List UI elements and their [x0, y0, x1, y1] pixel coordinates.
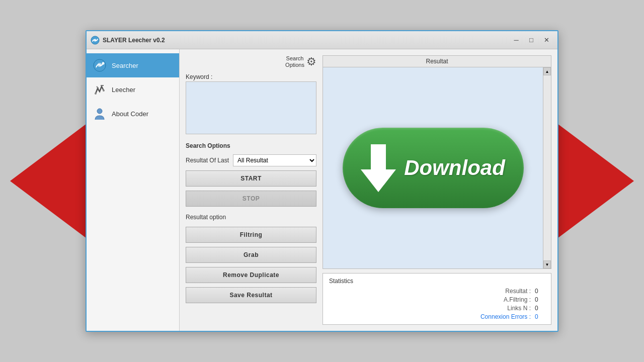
svg-line-7 — [97, 86, 99, 88]
stats-row-connexion: Connexion Errors : 0 — [329, 313, 545, 320]
keyword-label: Keyword : — [186, 73, 316, 80]
maximize-button[interactable]: □ — [524, 35, 538, 46]
app-icon — [91, 36, 100, 45]
statistics-box: Statistics Resultat : 0 A.Filtring : 0 L… — [323, 273, 551, 325]
searcher-label: Searcher — [112, 62, 138, 69]
about-label: About Coder — [112, 110, 148, 118]
resultat-area: Download ▲ ▼ — [323, 67, 551, 268]
resultat-select[interactable]: All Resultat Last 24h Last Week Last Mon… — [233, 154, 316, 166]
download-arrow — [361, 144, 396, 192]
grab-button[interactable]: Grab — [186, 247, 316, 263]
svg-point-1 — [94, 39, 96, 41]
resultat-box: Resultat Download — [323, 55, 551, 269]
resultat-box-header: Resultat — [323, 56, 551, 67]
keyword-input[interactable] — [186, 81, 316, 134]
arrow-head — [361, 169, 396, 192]
title-bar: SLAYER Leecher v0.2 ─ □ ✕ — [87, 31, 557, 49]
main-window: SLAYER Leecher v0.2 ─ □ ✕ Searcher — [86, 30, 558, 332]
gear-icon[interactable]: ⚙ — [306, 55, 316, 68]
minimize-button[interactable]: ─ — [509, 35, 523, 46]
statistics-grid: Resultat : 0 A.Filtring : 0 Links N : 0 — [329, 288, 545, 320]
scroll-down[interactable]: ▼ — [543, 260, 551, 268]
close-button[interactable]: ✕ — [539, 35, 553, 46]
resultat-of-last-label: Resultat Of Last — [186, 157, 229, 164]
main-content: SearchOptions ⚙ Keyword : Search Options… — [180, 49, 557, 331]
stop-button[interactable]: STOP — [186, 191, 316, 207]
resultat-scrollbar[interactable]: ▲ ▼ — [543, 67, 551, 268]
svg-point-9 — [97, 109, 102, 114]
start-button[interactable]: START — [186, 170, 316, 187]
stats-resultat-label: Resultat : — [505, 288, 531, 295]
svg-point-5 — [95, 93, 97, 95]
keyword-section: Keyword : — [186, 73, 316, 136]
stats-connexion-value: 0 — [535, 313, 545, 320]
save-resultat-button[interactable]: Save Resultat — [186, 287, 316, 303]
stats-links-value: 0 — [535, 305, 545, 312]
bg-arrow-left — [10, 121, 91, 241]
stats-afiltring-value: 0 — [535, 296, 545, 303]
window-controls: ─ □ ✕ — [509, 35, 553, 46]
leecher-icon — [93, 82, 107, 97]
download-image: Download — [343, 128, 524, 208]
svg-point-6 — [103, 89, 105, 92]
svg-point-4 — [102, 62, 105, 65]
stats-connexion-label: Connexion Errors : — [480, 313, 531, 320]
stats-row-afiltring: A.Filtring : 0 — [329, 296, 545, 303]
about-icon — [93, 107, 107, 121]
remove-duplicate-button[interactable]: Remove Duplicate — [186, 267, 316, 283]
statistics-header: Statistics — [329, 278, 545, 285]
right-panel: Resultat Download — [323, 55, 551, 325]
search-options-label: SearchOptions — [285, 55, 304, 68]
sidebar-item-leecher[interactable]: Leecher — [87, 77, 179, 102]
resultat-option-label: Resultat option — [186, 214, 316, 221]
sidebar-item-searcher[interactable]: Searcher — [87, 53, 179, 77]
bg-arrow-right — [553, 121, 634, 241]
resultat-of-last-row: Resultat Of Last All Resultat Last 24h L… — [186, 154, 316, 166]
search-options-section: Search Options — [186, 142, 316, 149]
leecher-label: Leecher — [112, 86, 135, 94]
stats-row-resultat: Resultat : 0 — [329, 288, 545, 295]
stats-afiltring-label: A.Filtring : — [504, 296, 531, 303]
scroll-track — [543, 75, 551, 260]
searcher-icon — [93, 58, 107, 72]
search-header: SearchOptions ⚙ — [186, 55, 316, 68]
sidebar-item-about[interactable]: About Coder — [87, 102, 179, 126]
window-body: Searcher Leecher — [87, 49, 557, 331]
sidebar: Searcher Leecher — [87, 49, 180, 331]
arrow-shaft — [371, 144, 386, 169]
filtring-button[interactable]: Filtring — [186, 227, 316, 243]
resultat-content: Download — [323, 67, 543, 268]
stats-resultat-value: 0 — [535, 288, 545, 295]
svg-point-3 — [98, 63, 102, 67]
scroll-up[interactable]: ▲ — [543, 67, 551, 75]
download-text: Download — [404, 156, 505, 180]
window-title: SLAYER Leecher v0.2 — [103, 37, 509, 44]
left-panel: SearchOptions ⚙ Keyword : Search Options… — [186, 55, 316, 325]
stats-row-links: Links N : 0 — [329, 305, 545, 312]
stats-links-label: Links N : — [507, 305, 531, 312]
